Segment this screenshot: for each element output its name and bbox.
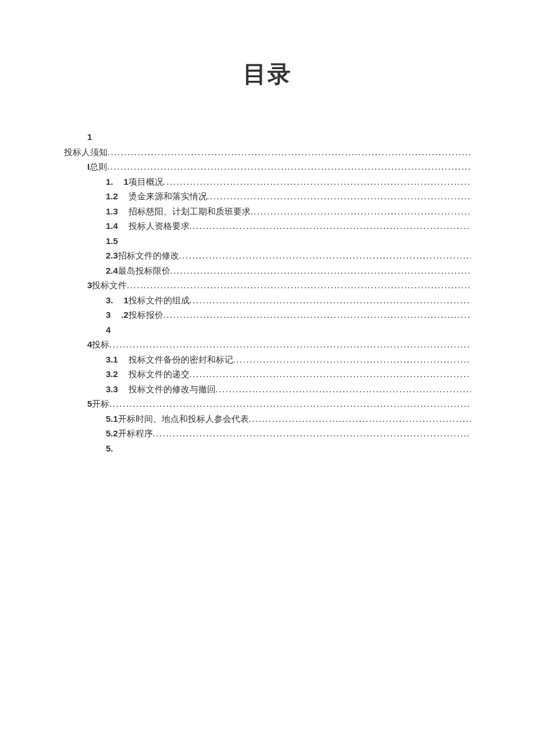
toc-entry: 投标人须知 <box>64 146 471 159</box>
toc-entry-label: 投标文件备份的密封和标记 <box>129 355 233 364</box>
toc-entry-label: 开标 <box>92 399 109 409</box>
toc-entry-text: 1 <box>87 131 92 144</box>
toc-entry-text: 3.1投标文件的组成 <box>106 294 190 307</box>
toc-entry-subnumber: 1 <box>124 177 129 187</box>
toc-dot-leader <box>153 427 471 440</box>
toc-entry-label: 开标程序 <box>118 429 153 438</box>
toc-entry-text: 5.1开标时间、地点和投标人参会代表 <box>106 413 249 426</box>
toc-entry-text: 1.3招标慈阳、计划工期和质班要求 <box>106 205 251 218</box>
toc-entry-label: 项目概况 <box>129 177 163 187</box>
toc-entry: 5. <box>64 442 471 456</box>
page-title: 目录 <box>64 58 471 90</box>
toc-entry-text: 投标人须知 <box>64 146 108 159</box>
toc-dot-leader <box>108 146 471 159</box>
toc-entry-number: 5.1 <box>106 413 118 426</box>
toc-entry-text: 3.1投标文件备份的密封和标记 <box>106 353 233 367</box>
toc-entry: 5.2开标程序 <box>64 427 471 440</box>
toc-entry: 1.5 <box>64 235 471 248</box>
toc-dot-leader <box>207 190 471 203</box>
toc-entry-text: 1.1项目概况 <box>106 175 163 189</box>
toc-entry-label: 投标文件的递交 <box>129 370 190 379</box>
toc-entry-text: 3.3投标文件的修改与撤回 <box>106 383 216 396</box>
toc-dot-leader <box>109 338 471 352</box>
toc-dot-leader <box>179 249 471 263</box>
toc-dot-leader <box>190 294 471 307</box>
toc-entry-label: 招标文件的修改 <box>118 251 179 260</box>
toc-entry-label: 招标慈阳、计划工期和质班要求 <box>129 207 251 216</box>
toc-entry-number: 3.1 <box>106 353 118 367</box>
toc-entry-text: 1.2烫金来源和落实情况 <box>106 190 207 203</box>
toc-dot-leader <box>190 220 471 233</box>
toc-entry-number: 3 <box>106 309 110 322</box>
toc-entry-number: 4 <box>106 324 110 337</box>
toc-dot-leader <box>170 264 471 278</box>
toc-entry-text: 4投标 <box>87 338 109 352</box>
toc-entry-number: 1 <box>87 131 92 144</box>
table-of-contents: 1投标人须知I总则1.1项目概况1.2烫金来源和落实情况1.3招标慈阳、计划工期… <box>64 131 471 455</box>
toc-entry: 3.1投标文件的组成 <box>64 294 471 307</box>
toc-entry: 1.1项目概况 <box>64 175 471 189</box>
toc-entry-number: 5.2 <box>106 427 118 440</box>
toc-entry: 3.3投标文件的修改与撤回 <box>64 383 471 396</box>
toc-entry: 1.4投标人资格要求 <box>64 220 471 233</box>
toc-entry: 5.1开标时间、地点和投标人参会代表 <box>64 413 471 426</box>
toc-entry-text: 3.2投标文件的递交 <box>106 368 190 381</box>
toc-entry-text: I总则 <box>87 160 107 174</box>
toc-entry: 3投标文件 <box>64 279 471 292</box>
toc-entry-label: 开标时间、地点和投标人参会代表 <box>118 414 249 424</box>
toc-entry-number: 2.4 <box>106 264 118 278</box>
toc-entry-number: 5. <box>106 442 113 456</box>
toc-entry-label: 最岛投标限价 <box>118 266 170 275</box>
toc-entry-label: 投标报价 <box>129 310 163 320</box>
toc-dot-leader <box>113 442 471 456</box>
toc-entry-subnumber: 1 <box>124 295 129 305</box>
toc-entry-text: 2.4最岛投标限价 <box>106 264 170 278</box>
toc-entry: 5开标 <box>64 397 471 411</box>
toc-entry: I总则 <box>64 160 471 174</box>
toc-dot-leader <box>251 205 471 218</box>
toc-entry-number: 3. <box>106 294 113 307</box>
toc-entry-label: 投标人须知 <box>64 148 108 157</box>
toc-entry-number: 1. <box>106 175 113 189</box>
toc-entry: 1.3招标慈阳、计划工期和质班要求 <box>64 205 471 218</box>
toc-dot-leader <box>127 279 471 292</box>
toc-dot-leader <box>216 383 471 396</box>
toc-entry: 3.1投标文件备份的密封和标记 <box>64 353 471 367</box>
toc-entry-text: 5.2开标程序 <box>106 427 153 440</box>
toc-entry-label: 投标文件的修改与撤回 <box>129 385 216 394</box>
toc-entry-label: 投标文件的组成 <box>129 296 190 305</box>
toc-dot-leader <box>233 353 471 367</box>
toc-dot-leader <box>163 309 471 322</box>
toc-dot-leader <box>107 160 471 174</box>
toc-entry: 3.2投标报价 <box>64 309 471 322</box>
toc-entry-text: 5. <box>106 442 113 456</box>
toc-dot-leader <box>109 397 471 411</box>
toc-entry: 1.2烫金来源和落实情况 <box>64 190 471 203</box>
toc-entry-number: 1.5 <box>106 235 118 248</box>
toc-entry-text: 1.5 <box>106 235 118 248</box>
toc-entry: 4投标 <box>64 338 471 352</box>
toc-entry-text: 2.3招标文件的修改 <box>106 249 179 263</box>
toc-entry-number: 3.3 <box>106 383 118 396</box>
toc-entry: 4 <box>64 324 471 337</box>
toc-entry-label: 投标人资格要求 <box>129 221 190 231</box>
toc-dot-leader <box>110 324 471 337</box>
toc-entry-number: 1.4 <box>106 220 118 233</box>
toc-dot-leader <box>190 368 471 381</box>
toc-entry: 3.2投标文件的递交 <box>64 368 471 381</box>
toc-entry-text: 3.2投标报价 <box>106 309 163 322</box>
toc-entry-text: 1.4投标人资格要求 <box>106 220 190 233</box>
toc-entry-label: 烫金来源和落实情况 <box>129 192 207 201</box>
toc-dot-leader <box>92 131 471 144</box>
toc-entry-number: 1.2 <box>106 190 118 203</box>
toc-entry-number: 3.2 <box>106 368 118 381</box>
toc-entry-number: 1.3 <box>106 205 118 218</box>
toc-entry: 2.3招标文件的修改 <box>64 249 471 263</box>
toc-entry-text: 3投标文件 <box>87 279 127 292</box>
toc-entry: 2.4最岛投标限价 <box>64 264 471 278</box>
toc-entry-label: 投标文件 <box>92 281 127 290</box>
toc-entry: 1 <box>64 131 471 144</box>
toc-dot-leader <box>118 235 471 248</box>
toc-dot-leader <box>249 413 471 426</box>
toc-entry-label: 总则 <box>90 162 107 171</box>
